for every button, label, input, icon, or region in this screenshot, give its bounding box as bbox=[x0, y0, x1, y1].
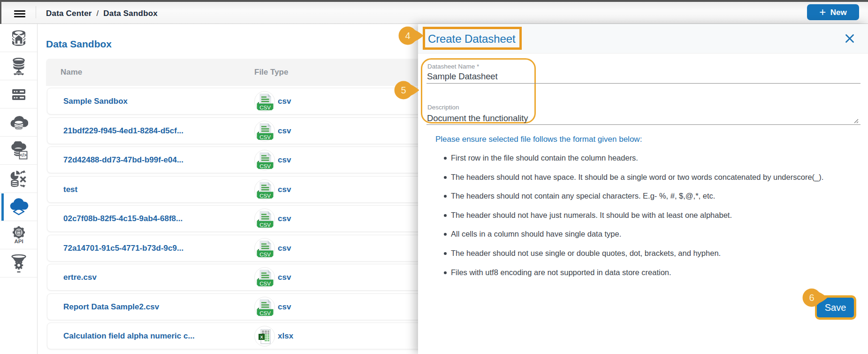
svg-text:CSV: CSV bbox=[259, 251, 271, 257]
svg-text:6: 6 bbox=[809, 292, 814, 303]
svg-text:CSV: CSV bbox=[259, 222, 271, 228]
svg-text:API: API bbox=[14, 239, 23, 244]
svg-text:</>: </> bbox=[20, 153, 27, 158]
svg-text:CSV: CSV bbox=[259, 105, 271, 110]
svg-text:CSV: CSV bbox=[259, 310, 271, 316]
svg-text:CSV: CSV bbox=[259, 163, 271, 169]
svg-text:CSV: CSV bbox=[259, 192, 271, 198]
svg-text:X: X bbox=[260, 335, 263, 339]
svg-text:4: 4 bbox=[405, 31, 410, 41]
svg-text:CSV: CSV bbox=[259, 281, 271, 286]
svg-text:CSV: CSV bbox=[259, 134, 271, 139]
svg-text:5: 5 bbox=[401, 85, 406, 95]
